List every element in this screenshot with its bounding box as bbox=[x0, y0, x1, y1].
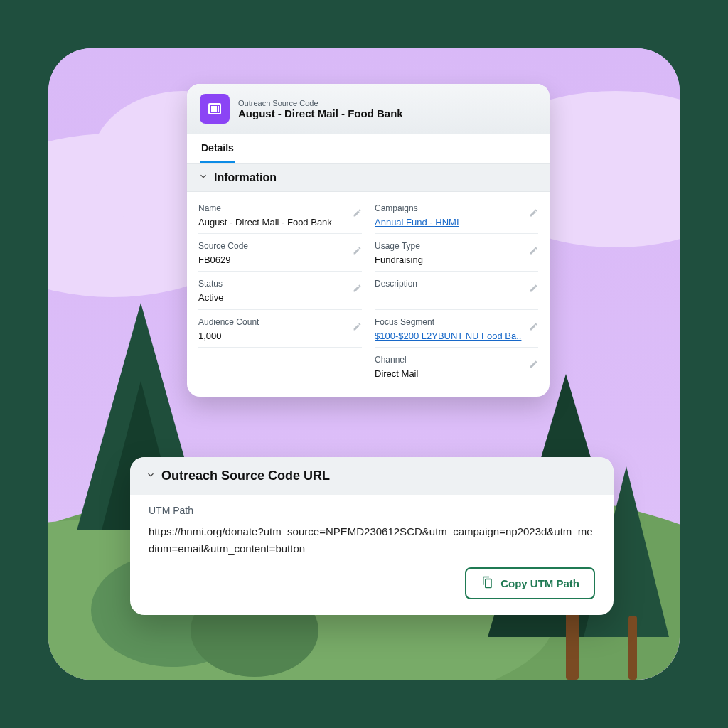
field-usage-type: Usage TypeFundraising bbox=[375, 234, 538, 272]
record-header: Outreach Source Code August - Direct Mai… bbox=[187, 84, 550, 134]
field-value: 1,000 bbox=[198, 330, 362, 343]
tab-details[interactable]: Details bbox=[200, 134, 235, 163]
utm-path-label: UTM Path bbox=[149, 505, 595, 516]
section-title: Outreach Source Code URL bbox=[161, 469, 330, 483]
field-source-code: Source CodeFB0629 bbox=[198, 234, 362, 272]
pencil-icon[interactable] bbox=[529, 321, 538, 334]
pencil-icon[interactable] bbox=[353, 208, 362, 220]
copy-utm-path-button[interactable]: Copy UTM Path bbox=[465, 567, 595, 599]
pencil-icon[interactable] bbox=[353, 283, 362, 296]
copy-icon bbox=[481, 576, 493, 591]
field-focus-segment: Focus Segment$100-$200 L2YBUNT NU Food B… bbox=[375, 310, 538, 348]
field-value: FB0629 bbox=[198, 254, 362, 267]
field-label: Focus Segment bbox=[375, 317, 538, 327]
field-value: Fundraising bbox=[375, 254, 538, 267]
copy-button-label: Copy UTM Path bbox=[500, 577, 579, 589]
field-label: Channel bbox=[375, 355, 538, 365]
field-value: August - Direct Mail - Food Bank bbox=[198, 216, 362, 229]
field-label: Campaigns bbox=[375, 203, 538, 213]
chevron-down-icon bbox=[146, 469, 156, 483]
field-label: Audience Count bbox=[198, 317, 362, 327]
field-label: Usage Type bbox=[375, 241, 538, 251]
field-value[interactable]: $100-$200 L2YBUNT NU Food Ba.. bbox=[375, 330, 538, 343]
information-grid: NameAugust - Direct Mail - Food BankCamp… bbox=[187, 192, 550, 397]
field-channel: ChannelDirect Mail bbox=[375, 348, 538, 385]
object-label: Outreach Source Code bbox=[238, 99, 403, 107]
trunk bbox=[628, 616, 637, 680]
field-name: NameAugust - Direct Mail - Food Bank bbox=[198, 196, 362, 234]
section-title: Information bbox=[214, 171, 277, 184]
pencil-icon[interactable] bbox=[529, 359, 538, 372]
section-url[interactable]: Outreach Source Code URL bbox=[130, 457, 614, 495]
barcode-icon bbox=[200, 94, 230, 124]
field-label: Name bbox=[198, 203, 362, 213]
section-information[interactable]: Information bbox=[187, 164, 550, 192]
utm-path-value: https://hnmi.org/donate?utm_source=NPEMD… bbox=[149, 523, 595, 557]
chevron-down-icon bbox=[198, 171, 208, 184]
field-audience-count: Audience Count1,000 bbox=[198, 310, 362, 348]
field-value[interactable]: Annual Fund - HNMI bbox=[375, 216, 538, 229]
record-card: Outreach Source Code August - Direct Mai… bbox=[187, 84, 550, 397]
pencil-icon[interactable] bbox=[529, 208, 538, 220]
pencil-icon[interactable] bbox=[353, 321, 362, 334]
field-label: Source Code bbox=[198, 241, 362, 251]
field-description: Description bbox=[375, 272, 538, 309]
pencil-icon[interactable] bbox=[529, 283, 538, 296]
field-value: Active bbox=[198, 291, 362, 304]
field-campaigns: CampaignsAnnual Fund - HNMI bbox=[375, 196, 538, 234]
tabs: Details bbox=[187, 134, 550, 163]
field-label: Description bbox=[375, 279, 538, 289]
pencil-icon[interactable] bbox=[353, 245, 362, 258]
field-status: StatusActive bbox=[198, 272, 362, 309]
url-panel: Outreach Source Code URL UTM Path https:… bbox=[130, 457, 614, 615]
field-label: Status bbox=[198, 279, 362, 289]
pencil-icon[interactable] bbox=[529, 245, 538, 258]
field-value: Direct Mail bbox=[375, 368, 538, 380]
illustration-stage: Outreach Source Code August - Direct Mai… bbox=[48, 48, 680, 680]
record-title: August - Direct Mail - Food Bank bbox=[238, 107, 403, 119]
